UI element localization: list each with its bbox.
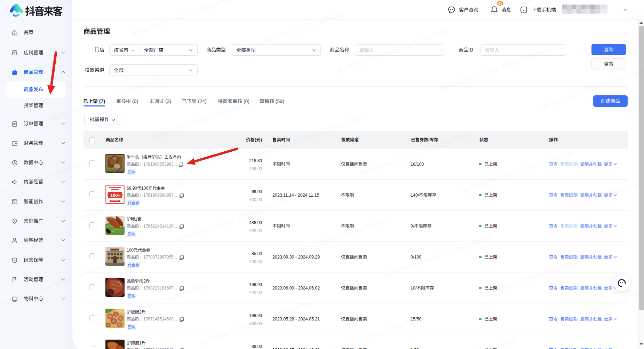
svg-text:元: 元 (118, 194, 121, 197)
svg-text:100: 100 (110, 193, 118, 198)
